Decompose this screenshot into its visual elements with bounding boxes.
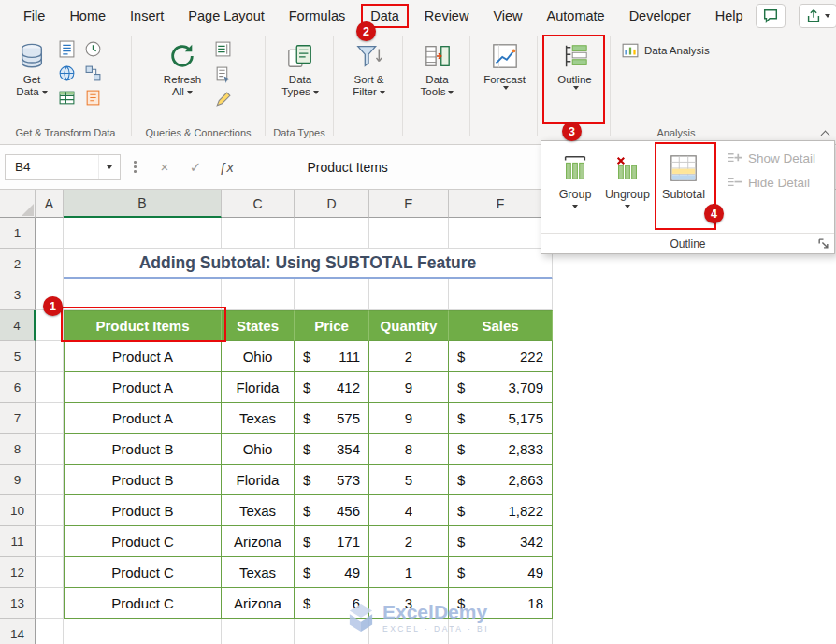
row-header-1[interactable]: 1 [0, 218, 36, 249]
enter-icon[interactable]: ✓ [180, 159, 211, 176]
sort-filter-button[interactable]: Sort & Filter [343, 31, 396, 98]
row-header-2[interactable]: 2 [0, 249, 36, 279]
cell-quantity[interactable]: 9 [369, 372, 449, 403]
cell-price[interactable]: $354 [295, 434, 369, 465]
comments-button[interactable] [756, 4, 786, 28]
get-data-button[interactable]: Get Data [6, 31, 58, 98]
cell-quantity[interactable]: 1 [369, 557, 449, 588]
cell[interactable] [36, 372, 64, 403]
cell-state[interactable]: Ohio [222, 341, 295, 372]
data-types-button[interactable]: Data Types [274, 31, 326, 98]
cell-quantity[interactable]: 2 [369, 526, 449, 557]
tab-insert[interactable]: Insert [118, 8, 176, 23]
name-box[interactable]: B4 [5, 154, 121, 180]
data-tools-button[interactable]: Data Tools [411, 31, 464, 98]
cell-quantity[interactable]: 4 [369, 495, 449, 526]
row-header-8[interactable]: 8 [0, 434, 36, 465]
cell[interactable] [449, 218, 553, 249]
from-table-range-button[interactable] [58, 89, 76, 107]
cell-product[interactable]: Product B [64, 465, 222, 495]
cell-sales[interactable]: $222 [449, 341, 553, 372]
row-header-3[interactable]: 3 [0, 279, 36, 310]
header-cell-price[interactable]: Price [295, 310, 369, 341]
row-header-7[interactable]: 7 [0, 403, 36, 434]
cell-state[interactable]: Florida [222, 465, 295, 495]
tab-review[interactable]: Review [412, 8, 482, 23]
row-header-9[interactable]: 9 [0, 465, 36, 495]
cell-product[interactable]: Product C [64, 588, 222, 619]
cell-price[interactable]: $171 [295, 526, 369, 557]
cell-state[interactable]: Arizona [222, 526, 295, 557]
cell[interactable] [295, 279, 369, 310]
tab-file[interactable]: File [11, 8, 57, 23]
cell[interactable] [222, 619, 295, 644]
forecast-button[interactable]: Forecast [479, 31, 531, 90]
cell-sales[interactable]: $1,822 [449, 495, 553, 526]
cell[interactable] [36, 557, 64, 588]
cell[interactable] [222, 218, 295, 249]
cell-quantity[interactable]: 5 [369, 465, 449, 495]
row-header-5[interactable]: 5 [0, 341, 36, 372]
cell[interactable] [369, 279, 449, 310]
row-header-12[interactable]: 12 [0, 557, 36, 588]
insert-function-icon[interactable]: ƒx [211, 160, 242, 175]
group-menu-button[interactable]: Group [549, 146, 601, 232]
col-header-a[interactable]: A [36, 190, 64, 218]
col-header-d[interactable]: D [295, 190, 369, 218]
tab-home[interactable]: Home [57, 8, 118, 23]
col-header-b[interactable]: B [64, 190, 222, 218]
cell[interactable] [369, 218, 449, 249]
row-header-14[interactable]: 14 [0, 619, 36, 644]
recent-sources-button[interactable] [84, 40, 102, 58]
row-header-13[interactable]: 13 [0, 588, 36, 619]
hide-detail-button[interactable]: Hide Detail [727, 175, 815, 191]
row-header-10[interactable]: 10 [0, 495, 36, 526]
cell[interactable] [36, 218, 64, 249]
cell[interactable] [64, 218, 222, 249]
refresh-all-button[interactable]: Refresh All [156, 31, 209, 98]
tab-automate[interactable]: Automate [535, 8, 617, 23]
edit-links-button[interactable] [214, 91, 232, 108]
existing-connections-button[interactable] [84, 64, 102, 82]
cell-quantity[interactable]: 2 [369, 341, 449, 372]
tab-view[interactable]: View [481, 8, 534, 23]
formula-input[interactable]: Product Items [308, 160, 388, 175]
cell-state[interactable]: Texas [222, 403, 295, 434]
row-header-6[interactable]: 6 [0, 372, 36, 403]
cell[interactable] [449, 279, 553, 310]
from-text-csv-button[interactable] [58, 40, 76, 58]
cell-product[interactable]: Product A [64, 341, 222, 372]
tab-developer[interactable]: Developer [617, 8, 703, 23]
tab-formulas[interactable]: Formulas [277, 8, 357, 23]
cell-sales[interactable]: $49 [449, 557, 553, 588]
show-detail-button[interactable]: Show Detail [727, 150, 815, 166]
cell-product[interactable]: Product B [64, 495, 222, 526]
cell[interactable] [36, 495, 64, 526]
cell[interactable] [36, 465, 64, 495]
from-picture-button[interactable] [84, 89, 102, 107]
cell-state[interactable]: Ohio [222, 434, 295, 465]
col-header-e[interactable]: E [369, 190, 449, 218]
cell-price[interactable]: $111 [295, 341, 369, 372]
tab-help[interactable]: Help [703, 8, 756, 23]
cell-product[interactable]: Product C [64, 526, 222, 557]
cell[interactable] [36, 403, 64, 434]
cell[interactable] [295, 218, 369, 249]
cell-sales[interactable]: $2,833 [449, 434, 553, 465]
cell[interactable] [36, 434, 64, 465]
cell-sales[interactable]: $5,175 [449, 403, 553, 434]
header-cell-quantity[interactable]: Quantity [369, 310, 449, 341]
cell-price[interactable]: $573 [295, 465, 369, 495]
from-web-button[interactable] [58, 64, 76, 82]
cell-product[interactable]: Product A [64, 403, 222, 434]
cell-product[interactable]: Product A [64, 372, 222, 403]
cell-price[interactable]: $412 [295, 372, 369, 403]
ungroup-menu-button[interactable]: Ungroup [601, 146, 654, 232]
cell-product[interactable]: Product C [64, 557, 222, 588]
cell-product[interactable]: Product B [64, 434, 222, 465]
properties-button[interactable] [214, 65, 232, 83]
cell-price[interactable]: $49 [295, 557, 369, 588]
cell[interactable] [36, 341, 64, 372]
share-button[interactable] [799, 4, 836, 28]
cell-sales[interactable]: $3,709 [449, 372, 553, 403]
